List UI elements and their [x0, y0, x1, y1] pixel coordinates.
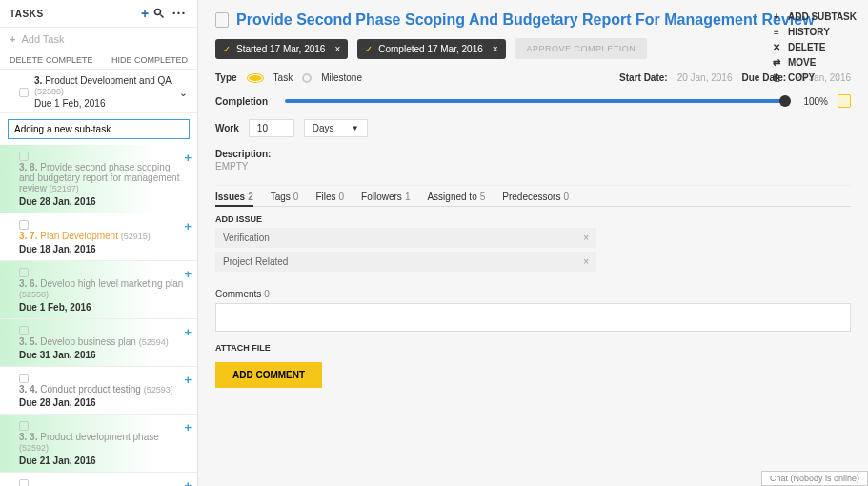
task-due: Due 28 Jan, 2016 — [19, 397, 188, 408]
issue-remove-icon[interactable]: × — [583, 233, 589, 243]
action-move[interactable]: ⇄MOVE — [771, 57, 857, 68]
tab-tags[interactable]: Tags0 — [271, 192, 299, 202]
description-empty[interactable]: EMPTY — [215, 161, 851, 172]
task-item[interactable]: 3. 8. Provide second phase scoping and b… — [0, 145, 197, 213]
attach-file[interactable]: ATTACH FILE — [215, 343, 851, 353]
task-checkbox[interactable] — [19, 326, 29, 335]
group-code: (52588) — [34, 87, 64, 96]
work-unit-select[interactable]: Days ▼ — [304, 119, 368, 137]
issue-row[interactable]: Verification× — [215, 228, 596, 248]
completion-label: Completion — [215, 96, 268, 107]
task-add-icon[interactable]: + — [184, 267, 192, 281]
task-add-icon[interactable]: + — [184, 420, 192, 435]
add-task-icon[interactable]: + — [136, 6, 153, 21]
svg-line-1 — [161, 15, 164, 18]
chip-completed[interactable]: ✓ Completed 17 Mar, 2016 × — [357, 39, 505, 59]
chip-completed-close[interactable]: × — [493, 44, 498, 54]
issue-remove-icon[interactable]: × — [583, 256, 589, 267]
comment-input[interactable] — [215, 303, 851, 332]
completion-slider[interactable] — [285, 99, 786, 103]
action-delete[interactable]: ✕DELETE — [771, 42, 857, 52]
completion-percent: 100% — [803, 96, 828, 107]
group-header[interactable]: 3. Product Development and QA (52588) Du… — [0, 70, 197, 113]
chevron-down-icon: ▼ — [352, 124, 359, 132]
task-checkbox[interactable] — [19, 220, 29, 230]
tasks-sidebar: TASKS + ··· + Add Task DELETE COMPLETE H… — [0, 0, 198, 486]
search-icon[interactable] — [153, 8, 171, 19]
task-checkbox[interactable] — [19, 421, 29, 431]
chip-completed-label: Completed 17 Mar, 2016 — [378, 44, 483, 54]
add-comment-button[interactable]: ADD COMMENT — [215, 362, 322, 388]
task-item[interactable]: 3. 6. Develop high level marketing plan … — [0, 261, 197, 319]
task-item[interactable]: 3. 2. Solicit feedback from end-customer… — [0, 473, 197, 486]
comments-label: Comments — [215, 289, 261, 299]
col-hide[interactable]: HIDE COMPLETED — [97, 55, 188, 65]
task-item[interactable]: 3. 4. Conduct product testing (52593) Du… — [0, 367, 197, 415]
action-history[interactable]: ≡HISTORY — [771, 27, 857, 37]
task-item[interactable]: 3. 7. Plan Development (52915) Due 18 Ja… — [0, 213, 197, 261]
add-task-row[interactable]: + Add Task — [0, 28, 197, 51]
type-label: Type — [215, 72, 237, 83]
chat-bar[interactable]: Chat (Nobody is online) — [761, 471, 868, 486]
action-add-subtask[interactable]: +ADD SUBTASK — [771, 11, 857, 22]
task-due: Due 28 Jan, 2016 — [19, 196, 188, 207]
svg-point-0 — [155, 10, 161, 15]
group-checkbox[interactable] — [19, 88, 29, 97]
col-delete: DELETE — [10, 55, 46, 65]
task-item[interactable]: 3. 5. Develop business plan (52594) Due … — [0, 319, 197, 367]
new-subtask-field[interactable] — [8, 119, 190, 139]
tab-assigned[interactable]: Assigned to5 — [427, 192, 485, 202]
task-add-icon[interactable]: + — [184, 219, 192, 233]
group-num: 3. — [34, 75, 42, 86]
chip-started-close[interactable]: × — [334, 44, 340, 54]
action-copy[interactable]: ⎘COPY — [771, 72, 857, 83]
type-task-radio[interactable] — [247, 73, 264, 83]
approve-completion-button[interactable]: APPROVE COMPLETION — [515, 38, 648, 59]
group-due: Due 1 Feb, 2016 — [34, 98, 179, 109]
sidebar-title: TASKS — [10, 9, 136, 19]
issue-text: Verification — [223, 233, 270, 243]
task-add-icon[interactable]: + — [184, 478, 192, 486]
check-icon: ✓ — [365, 44, 373, 54]
chip-started-label: Started 17 Mar, 2016 — [236, 44, 325, 54]
tab-predecessors[interactable]: Predecessors0 — [502, 192, 569, 202]
col-complete: COMPLETE — [46, 55, 97, 65]
start-date-label: Start Date: — [619, 72, 668, 83]
start-date-value[interactable]: 20 Jan, 2016 — [677, 72, 733, 83]
work-value-input[interactable]: 10 — [249, 119, 294, 137]
description-label: Description: — [215, 149, 851, 159]
task-icon — [215, 12, 229, 28]
task-checkbox[interactable] — [19, 268, 29, 277]
task-detail: Provide Second Phase Scoping And Budgeta… — [198, 0, 868, 486]
work-label: Work — [215, 123, 239, 133]
slider-knob[interactable] — [779, 95, 791, 107]
issue-text: Project Related — [223, 256, 288, 267]
sidebar-header: TASKS + ··· — [0, 0, 197, 28]
tab-issues[interactable]: Issues2 — [215, 192, 253, 207]
task-due: Due 1 Feb, 2016 — [19, 302, 188, 313]
completion-confirm[interactable] — [838, 94, 851, 108]
chevron-up-icon[interactable]: ⌃ — [179, 86, 188, 98]
task-add-icon[interactable]: + — [184, 325, 192, 339]
tab-files[interactable]: Files0 — [315, 192, 344, 202]
task-checkbox[interactable] — [19, 152, 29, 161]
detail-tabs: Issues2 Tags0 Files0 Followers1 Assigned… — [215, 185, 851, 207]
group-name: Product Development and QA — [45, 75, 171, 86]
task-item[interactable]: 3. 3. Product development phase (52592) … — [0, 415, 197, 473]
comments-count: 0 — [264, 289, 270, 299]
sidebar-columns: DELETE COMPLETE HIDE COMPLETED — [0, 51, 197, 70]
chip-started[interactable]: ✓ Started 17 Mar, 2016 × — [215, 39, 348, 59]
task-checkbox[interactable] — [19, 479, 29, 486]
tab-followers[interactable]: Followers1 — [361, 192, 410, 202]
type-milestone-radio[interactable] — [302, 73, 312, 83]
task-actions: +ADD SUBTASK ≡HISTORY ✕DELETE ⇄MOVE ⎘COP… — [771, 11, 857, 83]
type-task-label: Task — [273, 72, 293, 83]
task-add-icon[interactable]: + — [184, 151, 192, 165]
issue-row[interactable]: Project Related× — [215, 252, 596, 272]
task-checkbox[interactable] — [19, 374, 29, 383]
task-add-icon[interactable]: + — [184, 373, 192, 387]
more-icon[interactable]: ··· — [171, 6, 188, 21]
task-due: Due 21 Jan, 2016 — [19, 456, 188, 466]
task-due: Due 18 Jan, 2016 — [19, 244, 188, 254]
new-subtask-input[interactable] — [8, 119, 190, 139]
